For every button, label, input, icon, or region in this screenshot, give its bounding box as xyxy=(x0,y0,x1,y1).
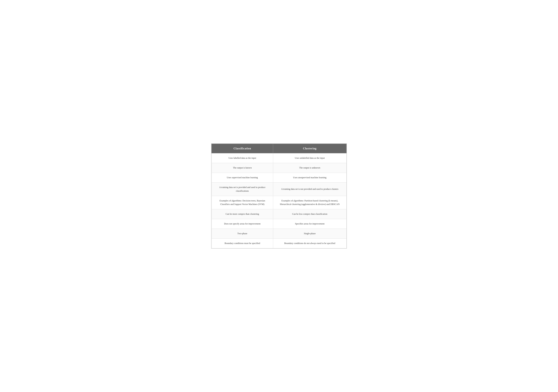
table-row: Uses labelled data as the inputUses unla… xyxy=(211,153,347,163)
cell-clustering-6: Can be less compex than classification xyxy=(273,209,347,219)
comparison-table: Classification Clustering Uses labelled … xyxy=(211,143,347,249)
header-classification: Classification xyxy=(211,144,273,153)
table-header-row: Classification Clustering xyxy=(211,144,347,153)
header-clustering: Clustering xyxy=(273,144,347,153)
cell-classification-3: Uses supervised machine learning xyxy=(211,173,273,183)
cell-classification-5: Examples of algorithms: Decision-trees, … xyxy=(211,196,273,209)
cell-clustering-8: Single-phase xyxy=(273,229,347,239)
table-row: Examples of algorithms: Decision-trees, … xyxy=(211,196,347,209)
cell-classification-8: Two-phase xyxy=(211,229,273,239)
table-row: A training data set is provided and used… xyxy=(211,183,347,196)
cell-classification-4: A training data set is provided and used… xyxy=(211,183,273,196)
cell-clustering-1: Uses unlabelled data as the input xyxy=(273,153,347,163)
table-row: Boundary conditions must be specifiedBou… xyxy=(211,238,347,248)
cell-clustering-5: Examples of algorithms: Partition-based … xyxy=(273,196,347,209)
table-row: Uses supervised machine learningUses uns… xyxy=(211,173,347,183)
cell-classification-2: The output is known xyxy=(211,163,273,173)
cell-classification-6: Can be more compex than clustering xyxy=(211,209,273,219)
cell-clustering-4: A training data set is not provided and … xyxy=(273,183,347,196)
table-row: Does not specify areas for improvementSp… xyxy=(211,219,347,229)
cell-classification-9: Boundary conditions must be specified xyxy=(211,238,273,248)
table-row: The output is knownThe output is unknown xyxy=(211,163,347,173)
table-row: Can be more compex than clusteringCan be… xyxy=(211,209,347,219)
cell-classification-7: Does not specify areas for improvement xyxy=(211,219,273,229)
cell-classification-1: Uses labelled data as the input xyxy=(211,153,273,163)
cell-clustering-2: The output is unknown xyxy=(273,163,347,173)
cell-clustering-9: Boundary conditions do not always need t… xyxy=(273,238,347,248)
cell-clustering-7: Specifies areas for improvement xyxy=(273,219,347,229)
table-row: Two-phaseSingle-phase xyxy=(211,229,347,239)
cell-clustering-3: Uses unsupervised machine learning xyxy=(273,173,347,183)
